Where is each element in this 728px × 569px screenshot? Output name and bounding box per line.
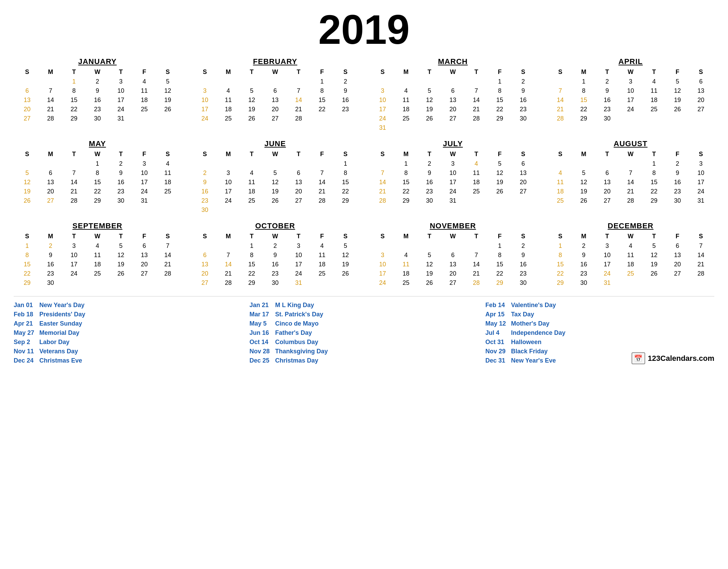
day-cell: 12 xyxy=(666,86,689,96)
day-header: M xyxy=(39,232,63,241)
day-header: M xyxy=(572,232,596,241)
day-header: S xyxy=(549,232,572,241)
day-cell: 29 xyxy=(488,114,512,123)
day-cell: 22 xyxy=(334,187,358,196)
day-cell: 23 xyxy=(666,187,689,196)
day-cell: 12 xyxy=(642,251,666,260)
day-cell: 31 xyxy=(287,278,311,288)
day-header: T xyxy=(109,232,133,241)
day-cell: 22 xyxy=(15,269,39,278)
day-cell: 17 xyxy=(217,187,240,196)
day-cell: 24 xyxy=(62,269,86,278)
day-cell: 6 xyxy=(689,77,713,86)
day-cell: 5 xyxy=(418,86,441,96)
day-cell: 20 xyxy=(133,260,156,269)
day-header: S xyxy=(334,150,358,159)
day-cell: 8 xyxy=(15,251,39,260)
month-june: JUNESMTWTFS12345678910111213141516171819… xyxy=(192,138,359,216)
holiday-name: Independence Day xyxy=(511,329,566,337)
day-cell: 16 xyxy=(109,178,133,187)
day-cell: 21 xyxy=(465,269,488,278)
day-cell: 20 xyxy=(689,96,713,105)
day-cell: 29 xyxy=(572,114,596,123)
day-cell: 25 xyxy=(133,105,156,114)
day-cell: 10 xyxy=(619,86,642,96)
day-cell: 21 xyxy=(39,105,63,114)
day-cell: 23 xyxy=(418,187,441,196)
day-cell: 1 xyxy=(240,241,264,251)
day-cell: 11 xyxy=(156,168,180,178)
day-cell: 14 xyxy=(62,178,86,187)
day-header: W xyxy=(619,150,642,159)
holiday-row: Jul 4Independence Day xyxy=(485,329,714,337)
day-cell: 20 xyxy=(666,260,689,269)
day-cell: 15 xyxy=(488,96,512,105)
day-cell: 2 xyxy=(596,77,619,86)
day-cell: 12 xyxy=(109,251,133,260)
day-cell: 26 xyxy=(418,114,441,123)
day-cell: 10 xyxy=(371,96,394,105)
day-cell: 26 xyxy=(418,278,441,288)
day-cell: 9 xyxy=(418,168,441,178)
holiday-date: Dec 31 xyxy=(485,357,506,364)
day-cell: 18 xyxy=(394,269,418,278)
month-october: OCTOBERSMTWTFS12345678910111213141516171… xyxy=(192,220,359,289)
day-header: M xyxy=(217,68,240,76)
day-cell: 28 xyxy=(310,196,334,205)
day-cell: 19 xyxy=(240,105,264,114)
day-cell: 4 xyxy=(394,251,418,260)
day-cell: 5 xyxy=(334,241,358,251)
day-cell: 17 xyxy=(371,105,394,114)
month-name: JULY xyxy=(371,139,535,148)
day-header: W xyxy=(263,232,287,241)
day-empty xyxy=(310,159,334,168)
day-cell: 8 xyxy=(310,86,334,96)
day-cell: 7 xyxy=(156,241,180,251)
day-cell: 16 xyxy=(511,96,535,105)
day-cell: 9 xyxy=(86,86,109,96)
day-empty xyxy=(418,77,441,86)
day-cell: 6 xyxy=(133,241,156,251)
month-march: MARCHSMTWTFS1234567891011121314151617181… xyxy=(369,55,537,134)
holiday-name: Presidents' Day xyxy=(39,311,85,318)
day-cell: 30 xyxy=(263,278,287,288)
day-cell: 20 xyxy=(596,187,619,196)
day-header: S xyxy=(15,232,39,241)
day-cell: 2 xyxy=(511,241,535,251)
day-cell: 27 xyxy=(441,278,465,288)
day-cell: 22 xyxy=(310,105,334,114)
day-cell: 27 xyxy=(287,196,311,205)
day-cell: 8 xyxy=(240,251,264,260)
day-cell: 21 xyxy=(619,187,642,196)
holiday-row: Jan 01New Year's Day xyxy=(14,302,243,309)
day-cell: 23 xyxy=(511,105,535,114)
day-cell: 22 xyxy=(488,269,512,278)
day-cell: 8 xyxy=(86,168,109,178)
day-cell: 31 xyxy=(133,196,156,205)
holiday-row: Dec 24Christmas Eve xyxy=(14,357,243,364)
day-cell: 1 xyxy=(488,77,512,86)
day-empty xyxy=(15,159,39,168)
day-cell: 28 xyxy=(689,269,713,278)
day-empty xyxy=(39,159,63,168)
day-cell: 8 xyxy=(642,168,666,178)
day-cell: 18 xyxy=(642,96,666,105)
day-cell: 11 xyxy=(642,86,666,96)
day-cell: 6 xyxy=(193,251,217,260)
day-header: T xyxy=(109,68,133,76)
holiday-name: Mother's Day xyxy=(511,320,549,327)
day-cell: 13 xyxy=(263,96,287,105)
day-cell: 5 xyxy=(15,168,39,178)
day-cell: 7 xyxy=(310,168,334,178)
day-cell: 18 xyxy=(133,96,156,105)
month-name: APRIL xyxy=(549,57,713,66)
day-cell: 11 xyxy=(240,178,264,187)
day-cell: 17 xyxy=(193,105,217,114)
holiday-column-1: Jan 01New Year's DayFeb 18Presidents' Da… xyxy=(14,302,243,364)
day-cell: 3 xyxy=(193,86,217,96)
day-cell: 21 xyxy=(62,187,86,196)
day-header: W xyxy=(619,68,642,76)
day-empty xyxy=(418,241,441,251)
day-header: F xyxy=(666,232,689,241)
holiday-row: May 27Memorial Day xyxy=(14,329,243,337)
